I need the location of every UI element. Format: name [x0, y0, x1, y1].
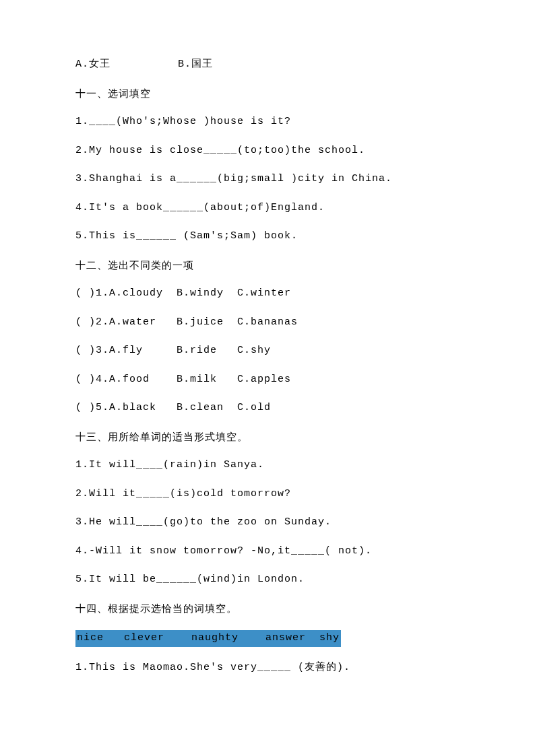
q11-5: 5.This is______ (Sam's;Sam) book. [75, 229, 474, 244]
q12-4: ( )4.A.food B.milk C.apples [75, 372, 474, 388]
section-12-heading: 十二、选出不同类的一项 [75, 258, 474, 273]
q13-4: 4.-Will it snow tomorrow? -No,it_____( n… [75, 544, 474, 559]
q13-5: 5.It will be______(wind)in London. [75, 572, 474, 588]
q12-1: ( )1.A.cloudy B.windy C.winter [75, 286, 474, 302]
q11-3: 3.Shanghai is a______(big;small )city in… [75, 172, 474, 187]
answer-options-line: A.女王 B.国王 [75, 57, 474, 73]
q12-3: ( )3.A.fly B.ride C.shy [75, 343, 474, 359]
worksheet-page: A.女王 B.国王 十一、选词填空 1.____(Who's;Whose )ho… [0, 0, 535, 675]
q13-2: 2.Will it_____(is)cold tomorrow? [75, 487, 474, 502]
section-13-heading: 十三、用所给单词的适当形式填空。 [75, 429, 474, 445]
q12-5: ( )5.A.black B.clean C.old [75, 401, 474, 416]
q11-4: 4.It's a book______(about;of)England. [75, 201, 474, 216]
section-11-heading: 十一、选词填空 [75, 86, 474, 102]
q13-3: 3.He will____(go)to the zoo on Sunday. [75, 515, 474, 530]
q13-1: 1.It will____(rain)in Sanya. [75, 458, 474, 473]
q11-2: 2.My house is close_____(to;too)the scho… [75, 143, 474, 159]
section-14-heading: 十四、根据提示选恰当的词填空。 [75, 601, 474, 617]
q14-1: 1.This is Maomao.She's very_____ (友善的). [75, 660, 474, 676]
word-bank-highlighted: nice clever naughty answer shy [75, 630, 341, 647]
q11-1: 1.____(Who's;Whose )house is it? [75, 114, 474, 130]
q12-2: ( )2.A.water B.juice C.bananas [75, 315, 474, 331]
